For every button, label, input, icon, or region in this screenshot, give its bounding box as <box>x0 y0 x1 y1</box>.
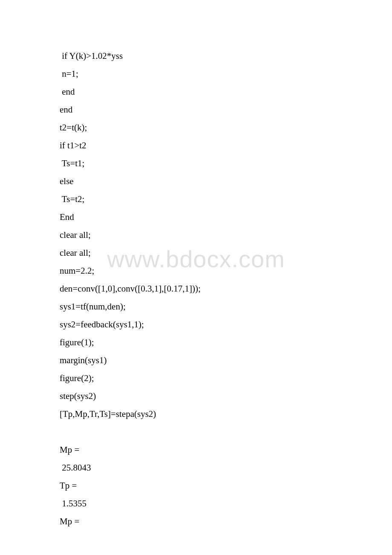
code-line: End <box>60 208 332 226</box>
code-line: clear all; <box>60 226 332 244</box>
code-line: sys2=feedback(sys1,1); <box>60 315 332 333</box>
code-line: end <box>60 101 332 119</box>
document-page: www.bdocx.com if Y(k)>1.02*yss n=1; ende… <box>0 0 392 555</box>
code-line: 25.8043 <box>60 459 332 477</box>
code-line: Ts=t1; <box>60 154 332 172</box>
code-line: figure(1); <box>60 333 332 351</box>
code-line: t2=t(k); <box>60 119 332 136</box>
code-line: [Tp,Mp,Tr,Ts]=stepa(sys2) <box>60 405 332 423</box>
code-line: Ts=t2; <box>60 190 332 208</box>
code-line: else <box>60 172 332 190</box>
code-line: Mp = <box>60 441 332 459</box>
code-line: step(sys2) <box>60 387 332 405</box>
code-line: if t1>t2 <box>60 136 332 154</box>
code-line: num=2.2; <box>60 262 332 280</box>
code-line <box>60 423 332 441</box>
code-line: sys1=tf(num,den); <box>60 298 332 315</box>
code-line: den=conv([1,0],conv([0.3,1],[0.17,1])); <box>60 280 332 298</box>
code-line: margin(sys1) <box>60 351 332 369</box>
code-line: Tp = <box>60 477 332 494</box>
code-line: end <box>60 83 332 101</box>
code-line: figure(2); <box>60 369 332 387</box>
code-line: n=1; <box>60 65 332 83</box>
code-content: if Y(k)>1.02*yss n=1; endendt2=t(k);if t… <box>60 47 332 530</box>
code-line: 1.5355 <box>60 494 332 512</box>
code-line: if Y(k)>1.02*yss <box>60 47 332 65</box>
code-line: clear all; <box>60 244 332 262</box>
code-line: Mp = <box>60 512 332 530</box>
